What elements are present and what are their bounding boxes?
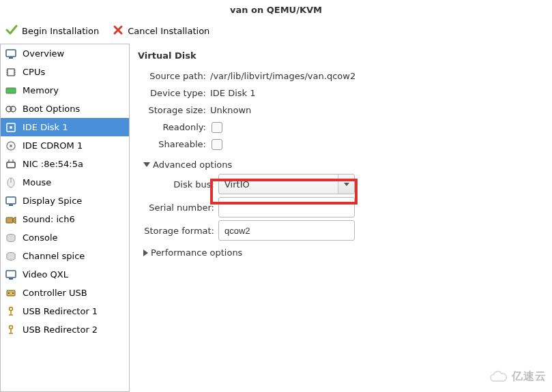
sidebar-item-memory[interactable]: Memory [1,81,129,100]
readonly-checkbox[interactable] [212,122,222,133]
video-icon [5,269,17,281]
svg-point-15 [10,145,12,147]
watermark: 亿速云 [489,370,547,384]
sidebar-item-label: NIC :8e:54:5a [23,159,83,169]
sidebar-item-boot-options[interactable]: Boot Options [1,100,129,118]
begin-installation-label: Begin Installation [22,26,99,36]
check-icon [5,24,18,38]
cancel-installation-label: Cancel Installation [128,26,209,36]
begin-installation-button[interactable]: Begin Installation [5,24,99,38]
sidebar-item-nic-8e-54-5a[interactable]: NIC :8e:54:5a [1,155,129,173]
chevron-down-icon [143,162,150,167]
sidebar-item-console[interactable]: Console [1,228,129,247]
boot-icon [5,103,17,115]
sidebar-item-label: USB Redirector 2 [23,325,98,335]
sidebar: OverviewCPUsMemoryBoot OptionsIDE Disk 1… [0,44,130,392]
readonly-label: Readonly: [136,122,210,132]
usb-icon [5,324,17,336]
sidebar-item-label: Console [23,232,58,243]
svg-rect-21 [6,197,16,204]
window-title-text: van on QEMU/KVM [230,5,322,15]
svg-rect-9 [6,88,16,93]
disk-bus-value: VirtIO [219,179,338,190]
sidebar-item-label: Channel spice [23,251,85,261]
sidebar-item-label: Video QXL [23,269,68,280]
sidebar-item-overview[interactable]: Overview [1,44,129,63]
serial-number-input[interactable] [218,197,355,217]
usb-icon [5,305,17,318]
cdrom-icon [5,140,17,152]
svg-rect-23 [6,217,13,223]
console-icon [5,232,17,244]
svg-rect-27 [9,278,13,280]
monitor-icon [5,48,17,60]
advanced-options-expander[interactable]: Advanced options [143,160,552,170]
storage-format-input[interactable] [218,220,355,241]
svg-rect-22 [9,205,13,206]
sidebar-item-mouse[interactable]: Mouse [1,173,129,192]
caret-down-icon [344,183,349,186]
channel-icon [5,250,17,262]
disk-bus-dropdown-button[interactable] [338,175,354,194]
sidebar-item-ide-cdrom-1[interactable]: IDE CDROM 1 [1,136,129,155]
performance-options-expander[interactable]: Performance options [143,247,552,258]
svg-rect-2 [8,69,14,76]
watermark-text: 亿速云 [512,370,547,384]
sidebar-item-usb-redirector-1[interactable]: USB Redirector 1 [1,302,129,320]
svg-point-34 [10,325,13,329]
cancel-icon [113,25,124,37]
sidebar-item-label: Display Spice [23,196,82,206]
storage-format-label: Storage format: [136,226,218,236]
disk-bus-combo[interactable]: VirtIO [218,174,355,194]
sound-icon [5,213,17,226]
source-path-label: Source path: [136,71,210,81]
svg-point-13 [10,126,12,129]
svg-rect-28 [7,290,15,296]
panel-title: Virtual Disk [138,50,552,61]
shareable-checkbox[interactable] [212,139,222,150]
controller-icon [5,287,17,299]
serial-number-label: Serial number: [136,202,218,213]
disk-icon [5,121,17,134]
sidebar-item-display-spice[interactable]: Display Spice [1,192,129,210]
sidebar-item-label: Memory [23,85,59,95]
advanced-options-label: Advanced options [153,160,232,170]
svg-point-29 [8,292,10,294]
sidebar-item-video-qxl[interactable]: Video QXL [1,265,129,284]
device-type-value: IDE Disk 1 [210,88,256,98]
sidebar-item-label: IDE Disk 1 [23,122,68,132]
performance-options-label: Performance options [151,247,242,258]
sidebar-item-ide-disk-1[interactable]: IDE Disk 1 [1,118,129,136]
sidebar-item-usb-redirector-2[interactable]: USB Redirector 2 [1,320,129,339]
sidebar-item-channel-spice[interactable]: Channel spice [1,247,129,265]
shareable-label: Shareable: [136,139,210,149]
svg-rect-1 [9,57,13,59]
toolbar: Begin Installation Cancel Installation [0,19,552,44]
cancel-installation-button[interactable]: Cancel Installation [113,25,209,37]
nic-icon [5,158,17,170]
sidebar-item-label: Controller USB [23,288,87,298]
sidebar-item-cpus[interactable]: CPUs [1,63,129,81]
storage-size-label: Storage size: [136,105,210,115]
svg-rect-0 [6,50,16,57]
sidebar-item-label: Mouse [23,177,51,187]
svg-point-11 [10,106,16,112]
memory-icon [5,85,17,97]
storage-size-value: Unknown [210,105,251,115]
window-title: van on QEMU/KVM [0,0,552,19]
sidebar-item-controller-usb[interactable]: Controller USB [1,284,129,302]
svg-point-31 [10,307,13,310]
sidebar-item-label: Sound: ich6 [23,214,75,224]
disk-bus-label: Disk bus: [136,179,218,190]
cpu-icon [5,66,17,78]
svg-rect-16 [7,162,15,168]
sidebar-item-label: Boot Options [23,104,80,114]
sidebar-item-label: IDE CDROM 1 [23,140,83,151]
details-panel: Virtual Disk Source path: /var/lib/libvi… [130,44,552,392]
sidebar-item-sound-ich6[interactable]: Sound: ich6 [1,210,129,228]
sidebar-item-label: Overview [23,48,64,59]
svg-point-30 [12,292,14,294]
cloud-icon [489,370,508,384]
device-type-label: Device type: [136,88,210,98]
display-icon [5,195,17,207]
